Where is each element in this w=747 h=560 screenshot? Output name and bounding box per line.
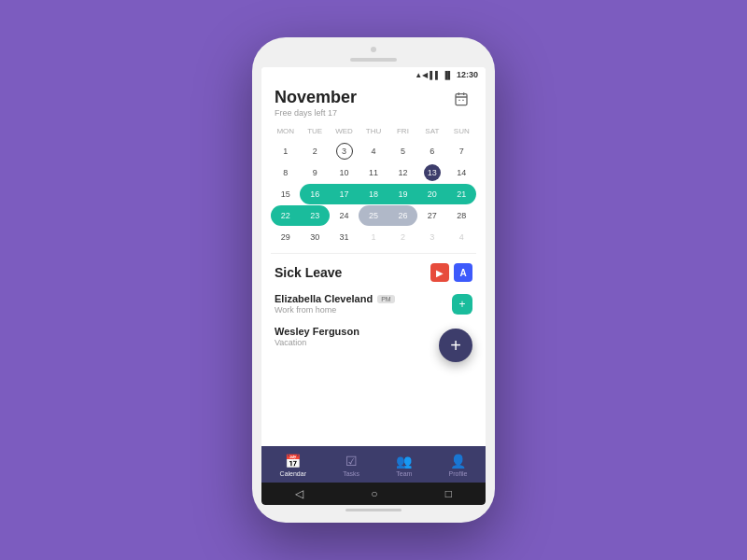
fab-button[interactable]: + [439,329,472,362]
cal-day-next-4: 4 [447,227,476,247]
cal-day-17[interactable]: 17 [330,184,359,204]
signal-icon: ▲◀ [415,71,428,79]
calendar-header: November Free days left 17 [261,80,486,121]
phone-screen: ▲◀ ▌▌ ▐▌ 12:30 November Free days left 1… [261,67,486,505]
tasks-nav-icon: ☑ [345,454,358,469]
cal-day-18[interactable]: 18 [359,184,388,204]
day-sat: SAT [417,125,446,137]
phone-camera [371,47,376,52]
status-bar: ▲◀ ▌▌ ▐▌ 12:30 [261,67,486,80]
status-time: 12:30 [457,70,478,79]
cal-day-12[interactable]: 12 [388,162,417,183]
status-icons: ▲◀ ▌▌ ▐▌ [415,71,453,79]
cal-day-25[interactable]: 25 [359,205,388,226]
cal-day-20[interactable]: 20 [417,184,446,204]
phone-device: ▲◀ ▌▌ ▐▌ 12:30 November Free days left 1… [252,37,495,523]
team-nav-label: Team [396,470,412,477]
cal-day-21[interactable]: 21 [447,184,476,204]
add-action-elizabella[interactable]: + [452,294,472,315]
calendar-nav-label: Calendar [280,470,306,477]
person-sub-wesley: Vacation [275,338,359,347]
cal-day-10[interactable]: 10 [330,162,359,183]
cal-day-2[interactable]: 2 [300,141,329,161]
team-nav-icon: 👥 [396,454,412,469]
cal-day-next-1: 1 [359,227,388,247]
cal-day-30[interactable]: 30 [300,227,329,247]
sick-leave-header: Sick Leave ▶ A [261,254,486,287]
cal-day-16[interactable]: 16 [300,184,329,204]
day-sun: SUN [447,125,476,137]
list-item-wesley-container: Wesley Ferguson Vacation + [261,320,486,353]
cal-day-27[interactable]: 27 [417,205,446,226]
cal-day-28[interactable]: 28 [447,205,476,226]
calendar-dates: 1 2 3 4 5 6 7 8 9 10 11 12 13 14 15 16 1… [271,141,476,247]
cal-day-4[interactable]: 4 [359,141,388,161]
battery-icon: ▐▌ [443,71,453,79]
sick-leave-title: Sick Leave [275,265,342,280]
month-title: November [275,88,357,107]
nav-team[interactable]: 👥 Team [396,454,412,477]
home-button[interactable]: ○ [371,487,377,500]
cal-day-11[interactable]: 11 [359,162,388,183]
svg-rect-0 [456,94,467,105]
android-nav-bar: ◁ ○ □ [261,483,486,505]
cal-day-24[interactable]: 24 [330,205,359,226]
profile-nav-icon: 👤 [450,454,466,469]
cal-day-8[interactable]: 8 [271,162,300,183]
bottom-nav: 📅 Calendar ☑ Tasks 👥 Team 👤 Profile [261,446,486,483]
cal-day-22[interactable]: 22 [271,205,300,226]
cal-day-29[interactable]: 29 [271,227,300,247]
day-tue: TUE [300,125,329,137]
cal-day-15[interactable]: 15 [271,184,300,204]
tasks-nav-label: Tasks [343,470,359,477]
calendar-grid: MON TUE WED THU FRI SAT SUN 1 2 3 4 5 6 … [261,121,486,253]
wifi-icon: ▌▌ [430,71,440,79]
badge-pm: PM [377,295,395,303]
cal-day-14[interactable]: 14 [447,162,476,183]
cal-day-6[interactable]: 6 [417,141,446,161]
cal-day-next-2: 2 [388,227,417,247]
sick-leave-video-icon[interactable]: ▶ [430,263,449,282]
person-name-wesley: Wesley Ferguson [275,326,359,337]
spacer [261,353,486,446]
cal-day-23[interactable]: 23 [300,205,329,226]
cal-day-26[interactable]: 26 [388,205,417,226]
nav-profile[interactable]: 👤 Profile [449,454,468,477]
phone-speaker [350,58,397,62]
cal-day-7[interactable]: 7 [447,141,476,161]
person-info-elizabella: Elizabella Cleveland PM Work from home [275,293,395,315]
phone-home-bar [345,509,402,511]
sick-leave-profile-icon[interactable]: A [454,263,472,282]
back-button[interactable]: ◁ [295,487,303,500]
person-sub-elizabella: Work from home [275,305,395,315]
day-mon: MON [271,125,300,137]
day-fri: FRI [388,125,417,137]
list-item-elizabella: Elizabella Cleveland PM Work from home + [261,287,486,320]
free-days: Free days left 17 [275,108,357,118]
cal-day-5[interactable]: 5 [388,141,417,161]
cal-day-next-3: 3 [417,227,446,247]
cal-day-3[interactable]: 3 [330,141,359,161]
cal-day-9[interactable]: 9 [300,162,329,183]
month-info: November Free days left 17 [275,88,357,118]
person-name-elizabella: Elizabella Cleveland PM [275,293,395,304]
nav-tasks[interactable]: ☑ Tasks [343,454,359,477]
cal-day-19[interactable]: 19 [388,184,417,204]
calendar-action-icon[interactable] [450,88,472,110]
cal-day-31[interactable]: 31 [330,227,359,247]
day-wed: WED [330,125,359,137]
recent-button[interactable]: □ [445,487,452,500]
cal-day-1[interactable]: 1 [271,141,300,161]
person-info-wesley: Wesley Ferguson Vacation [275,326,359,347]
sick-leave-actions: ▶ A [430,263,472,282]
nav-calendar[interactable]: 📅 Calendar [280,454,306,477]
day-thu: THU [359,125,388,137]
profile-nav-label: Profile [449,470,468,477]
calendar-nav-icon: 📅 [285,454,301,469]
cal-day-13[interactable]: 13 [417,162,446,183]
days-header: MON TUE WED THU FRI SAT SUN [271,125,476,137]
